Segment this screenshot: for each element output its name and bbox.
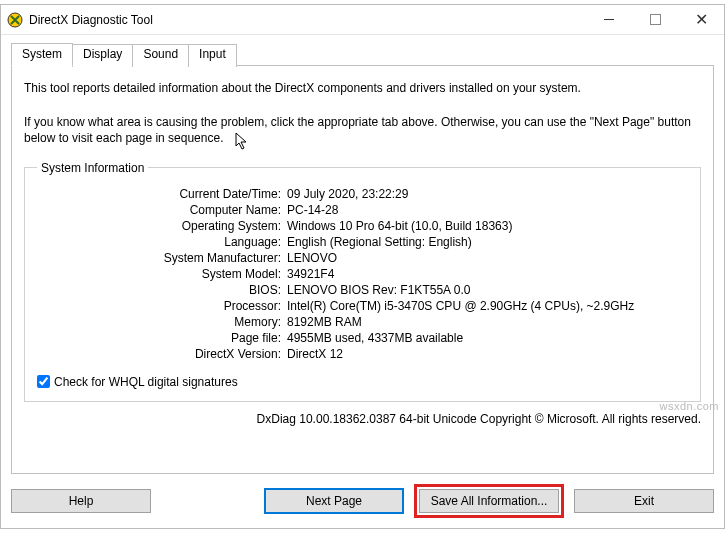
label-os: Operating System: <box>37 219 287 233</box>
whql-checkbox-row[interactable]: Check for WHQL digital signatures <box>37 375 688 389</box>
tab-panel-system: This tool reports detailed information a… <box>11 65 714 474</box>
row-directx: DirectX Version: DirectX 12 <box>37 347 688 361</box>
intro-text-1: This tool reports detailed information a… <box>24 80 701 96</box>
save-all-information-button[interactable]: Save All Information... <box>419 489 559 513</box>
titlebar[interactable]: DirectX Diagnostic Tool ✕ <box>1 5 724 35</box>
value-pagefile: 4955MB used, 4337MB available <box>287 331 688 345</box>
row-os: Operating System: Windows 10 Pro 64-bit … <box>37 219 688 233</box>
value-computer: PC-14-28 <box>287 203 688 217</box>
highlight-annotation: Save All Information... <box>414 484 564 518</box>
row-processor: Processor: Intel(R) Core(TM) i5-3470S CP… <box>37 299 688 313</box>
row-pagefile: Page file: 4955MB used, 4337MB available <box>37 331 688 345</box>
exit-button[interactable]: Exit <box>574 489 714 513</box>
label-processor: Processor: <box>37 299 287 313</box>
row-manufacturer: System Manufacturer: LENOVO <box>37 251 688 265</box>
footer-text: DxDiag 10.00.18362.0387 64-bit Unicode C… <box>24 412 701 426</box>
tab-input[interactable]: Input <box>188 44 237 67</box>
tab-bar: System Display Sound Input <box>11 42 714 65</box>
button-row: Help Next Page Save All Information... E… <box>11 484 714 518</box>
whql-checkbox[interactable] <box>37 375 50 388</box>
label-directx: DirectX Version: <box>37 347 287 361</box>
label-model: System Model: <box>37 267 287 281</box>
maximize-button[interactable] <box>632 5 678 35</box>
value-memory: 8192MB RAM <box>287 315 688 329</box>
close-button[interactable]: ✕ <box>678 5 724 35</box>
whql-label: Check for WHQL digital signatures <box>54 375 238 389</box>
label-computer: Computer Name: <box>37 203 287 217</box>
row-memory: Memory: 8192MB RAM <box>37 315 688 329</box>
value-os: Windows 10 Pro 64-bit (10.0, Build 18363… <box>287 219 688 233</box>
value-manufacturer: LENOVO <box>287 251 688 265</box>
row-model: System Model: 34921F4 <box>37 267 688 281</box>
value-model: 34921F4 <box>287 267 688 281</box>
minimize-button[interactable] <box>586 5 632 35</box>
value-directx: DirectX 12 <box>287 347 688 361</box>
label-manufacturer: System Manufacturer: <box>37 251 287 265</box>
row-computer: Computer Name: PC-14-28 <box>37 203 688 217</box>
label-memory: Memory: <box>37 315 287 329</box>
client-area: System Display Sound Input This tool rep… <box>1 35 724 528</box>
tab-sound[interactable]: Sound <box>132 44 189 67</box>
value-language: English (Regional Setting: English) <box>287 235 688 249</box>
label-pagefile: Page file: <box>37 331 287 345</box>
help-button[interactable]: Help <box>11 489 151 513</box>
next-page-button[interactable]: Next Page <box>264 488 404 514</box>
row-language: Language: English (Regional Setting: Eng… <box>37 235 688 249</box>
system-information-legend: System Information <box>37 161 148 175</box>
label-language: Language: <box>37 235 287 249</box>
window: DirectX Diagnostic Tool ✕ System Display… <box>0 4 725 529</box>
directx-icon <box>7 12 23 28</box>
tab-system[interactable]: System <box>11 43 73 66</box>
intro-text-2: If you know what area is causing the pro… <box>24 114 701 146</box>
tab-display[interactable]: Display <box>72 44 133 67</box>
system-information-group: System Information Current Date/Time: 09… <box>24 161 701 402</box>
value-bios: LENOVO BIOS Rev: F1KT55A 0.0 <box>287 283 688 297</box>
row-bios: BIOS: LENOVO BIOS Rev: F1KT55A 0.0 <box>37 283 688 297</box>
label-date: Current Date/Time: <box>37 187 287 201</box>
value-date: 09 July 2020, 23:22:29 <box>287 187 688 201</box>
window-title: DirectX Diagnostic Tool <box>29 13 153 27</box>
value-processor: Intel(R) Core(TM) i5-3470S CPU @ 2.90GHz… <box>287 299 688 313</box>
label-bios: BIOS: <box>37 283 287 297</box>
row-date: Current Date/Time: 09 July 2020, 23:22:2… <box>37 187 688 201</box>
